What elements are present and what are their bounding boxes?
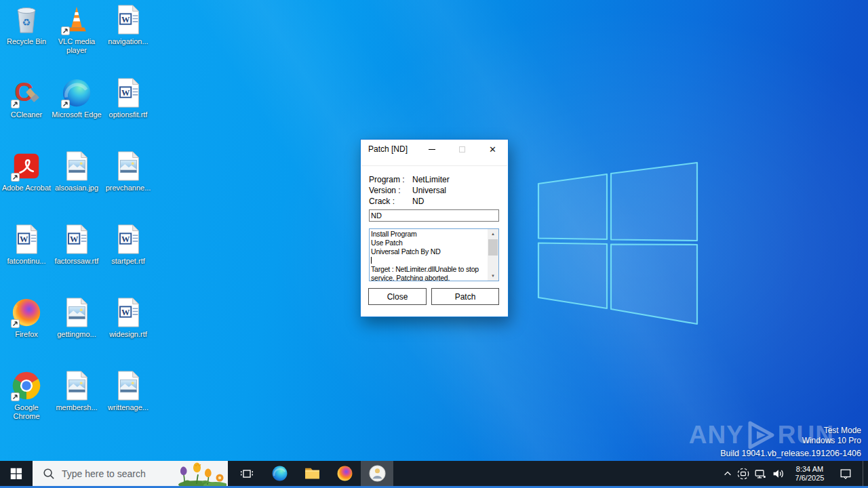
desktop-icon-acrobat[interactable]: Adobe Acrobat xyxy=(1,150,52,192)
maximize-icon xyxy=(459,146,465,152)
anyrun-logo: ANY RUN xyxy=(689,420,834,451)
shortcut-arrow-icon xyxy=(11,173,20,182)
desktop-icon-label: Microsoft Edge xyxy=(52,110,102,119)
desktop-icon-fatcontinu[interactable]: fatcontinu... xyxy=(1,224,52,266)
taskbar-firefox-button[interactable] xyxy=(328,461,361,486)
ccleaner-icon xyxy=(11,77,42,108)
clock-date: 7/6/2025 xyxy=(789,474,830,483)
task-view-icon xyxy=(239,466,254,481)
word-document-icon xyxy=(11,224,42,255)
shortcut-arrow-icon xyxy=(11,392,20,401)
tray-network-button[interactable] xyxy=(751,461,769,486)
desktop-icon-membersh[interactable]: membersh... xyxy=(52,370,102,412)
field-version: Version : Universal xyxy=(369,185,450,196)
test-mode-label: Test Mode xyxy=(802,426,861,436)
log-line: Install Program xyxy=(371,230,487,239)
show-desktop-button[interactable] xyxy=(863,461,868,486)
action-center-button[interactable] xyxy=(835,461,856,486)
log-line-text: Use Patch xyxy=(371,239,403,247)
desktop-icon-label: prevchanne... xyxy=(103,184,153,192)
program-label: Program : xyxy=(369,174,412,185)
desktop-icon-vlc[interactable]: VLC media player xyxy=(52,4,102,55)
task-view-button[interactable] xyxy=(231,461,263,486)
desktop-icon-factorssaw[interactable]: factorssaw.rtf xyxy=(52,224,102,266)
word-document-icon xyxy=(113,4,144,35)
scroll-up-button[interactable]: ▲ xyxy=(488,229,498,239)
tray-capture-button[interactable] xyxy=(734,461,751,486)
shortcut-arrow-icon xyxy=(61,100,70,108)
crack-name-input[interactable] xyxy=(369,209,499,222)
windows-start-icon xyxy=(9,466,24,481)
desktop-icon-writtenage[interactable]: writtenage... xyxy=(103,370,153,412)
scroll-down-button[interactable]: ▼ xyxy=(488,271,498,281)
action-center-icon xyxy=(839,467,852,481)
close-button[interactable]: Close xyxy=(368,288,427,305)
search-input[interactable] xyxy=(62,468,170,479)
taskbar-edge-button[interactable] xyxy=(263,461,296,486)
tray-volume-button[interactable] xyxy=(769,461,787,486)
patch-dialog: Patch [ND] ✕ Program : NetLimiter Versio… xyxy=(360,139,509,317)
desktop-icon-alsoasian[interactable]: alsoasian.jpg xyxy=(52,150,102,192)
desktop-icon-gettingmo[interactable]: gettingmo... xyxy=(52,297,102,339)
desktop-icon-label: fatcontinu... xyxy=(1,257,52,266)
wallpaper-windows-logo xyxy=(536,161,700,328)
log-line-text: service. Patching aborted. xyxy=(371,274,450,281)
desktop-icon-label: widesign.rtf xyxy=(103,330,153,339)
word-document-icon xyxy=(113,297,144,328)
desktop-icon-optionsfit[interactable]: optionsfit.rtf xyxy=(103,77,153,119)
start-button[interactable] xyxy=(0,461,33,486)
minimize-button[interactable] xyxy=(416,140,447,159)
desktop-icon-firefox[interactable]: Firefox xyxy=(1,297,52,339)
file-explorer-icon xyxy=(304,465,321,482)
taskbar-search[interactable] xyxy=(33,461,228,486)
windows-edition-label: Windows 10 Pro xyxy=(802,436,861,446)
firefox-icon xyxy=(11,297,42,328)
dialog-titlebar[interactable]: Patch [ND] ✕ xyxy=(361,140,508,159)
desktop-icon-label: CCleaner xyxy=(1,110,52,119)
desktop-icon-recycle-bin[interactable]: Recycle Bin xyxy=(1,4,52,46)
desktop-icon-label: Recycle Bin xyxy=(1,37,52,46)
search-highlight-flowers-image[interactable] xyxy=(176,462,226,486)
taskbar-explorer-button[interactable] xyxy=(296,461,328,486)
system-tray: 8:34 AM 7/6/2025 xyxy=(721,461,868,486)
dialog-fields: Program : NetLimiter Version : Universal… xyxy=(369,174,450,207)
desktop-icon-ccleaner[interactable]: CCleaner xyxy=(1,77,52,119)
desktop-icon-label: navigation... xyxy=(103,37,153,46)
desktop-icon-prevchanne[interactable]: prevchanne... xyxy=(103,150,153,192)
patch-log-textbox[interactable]: Install Program Use Patch Universal Patc… xyxy=(369,228,499,281)
log-line: Use Patch xyxy=(371,239,487,247)
desktop-icon-navigation[interactable]: navigation... xyxy=(103,4,153,46)
desktop-icon-label: Adobe Acrobat xyxy=(1,184,52,192)
log-line: Universal Patch By ND xyxy=(371,247,487,256)
program-value: NetLimiter xyxy=(412,174,450,185)
firefox-icon xyxy=(336,465,353,482)
screen-capture-icon xyxy=(736,467,750,481)
desktop-icon-widesign[interactable]: widesign.rtf xyxy=(103,297,153,339)
desktop-icon-startpet[interactable]: startpet.rtf xyxy=(103,224,153,266)
desktop-icon-chrome[interactable]: Google Chrome xyxy=(1,370,52,421)
recycle-bin-icon xyxy=(11,4,42,35)
field-program: Program : NetLimiter xyxy=(369,174,450,185)
close-window-button[interactable]: ✕ xyxy=(477,140,508,159)
desktop-icon-label: writtenage... xyxy=(103,403,153,412)
scrollbar-thumb[interactable] xyxy=(488,239,498,256)
log-line: Target : NetLimiter.dllUnable to stop xyxy=(371,265,487,274)
shortcut-arrow-icon xyxy=(61,26,70,35)
taskbar-patch-app-button[interactable] xyxy=(361,461,393,486)
word-document-icon xyxy=(113,224,144,255)
tray-overflow-button[interactable] xyxy=(721,461,734,486)
desktop-icon-label: alsoasian.jpg xyxy=(52,184,102,192)
desktop-icon-label: optionsfit.rtf xyxy=(103,110,153,119)
network-icon xyxy=(753,467,767,481)
taskbar-apps xyxy=(231,461,393,486)
log-scrollbar[interactable]: ▲ ▼ xyxy=(488,229,498,281)
word-document-icon xyxy=(61,224,92,255)
chrome-icon xyxy=(11,370,42,401)
image-file-icon xyxy=(61,297,92,328)
desktop-icon-edge[interactable]: Microsoft Edge xyxy=(52,77,102,119)
vlc-icon xyxy=(61,4,92,35)
log-line-text: Universal Patch By ND xyxy=(371,247,441,256)
patch-button[interactable]: Patch xyxy=(431,288,499,305)
taskbar-clock[interactable]: 8:34 AM 7/6/2025 xyxy=(789,465,830,483)
desktop-icon-label: membersh... xyxy=(52,403,102,412)
